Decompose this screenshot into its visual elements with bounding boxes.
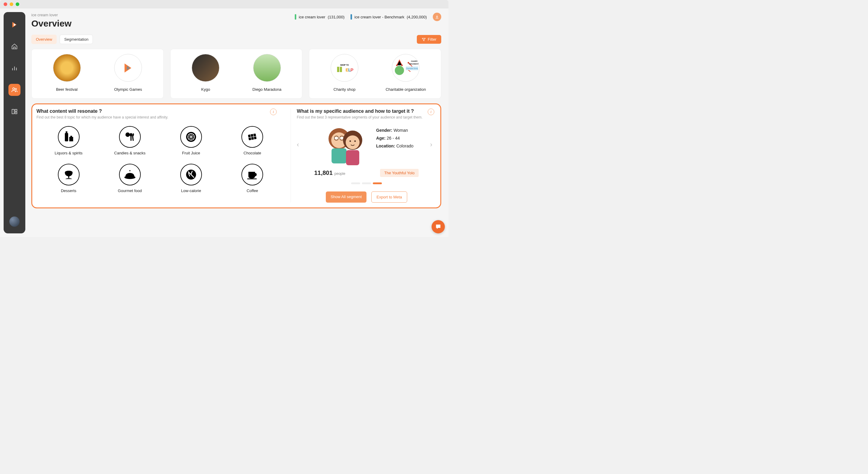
olympic-games-image — [114, 54, 142, 82]
location-label: Location: — [376, 144, 395, 148]
show-all-segment-button[interactable]: Show All segment — [326, 191, 367, 203]
filter-button[interactable]: Filter — [417, 35, 441, 44]
legend-item-2: ice cream lover - Benchmark (4,200,000) — [350, 14, 427, 20]
item-label: Kygo — [177, 87, 235, 92]
svg-rect-19 — [65, 133, 68, 141]
topic-label: Gourmet food — [101, 188, 159, 193]
persona-illustration — [322, 124, 368, 166]
maximize-window-button[interactable] — [16, 2, 19, 6]
charity-org-image: CHARITYORGANIZATIONSCharitable Giving — [392, 54, 420, 82]
help-chat-button[interactable] — [432, 220, 445, 233]
layout-icon[interactable] — [8, 106, 21, 118]
candies-snacks-icon — [119, 126, 141, 148]
chocolate-icon — [241, 126, 263, 148]
legend-item-1: ice cream lover (131,000) — [295, 14, 344, 20]
gender-value: Woman — [394, 128, 408, 133]
topic-item[interactable]: Coffee — [223, 164, 281, 193]
topic-item[interactable]: Fruit Juice — [162, 126, 220, 155]
download-button[interactable] — [433, 13, 441, 21]
card-item[interactable]: Olympic Games — [99, 54, 157, 92]
analytics-icon[interactable] — [8, 62, 21, 74]
window-titlebar — [0, 0, 448, 8]
panel-subtitle: Find out the best 8 topic for which my a… — [36, 115, 284, 119]
item-label: Beer festival — [38, 87, 96, 92]
svg-text:P: P — [350, 67, 353, 72]
home-icon[interactable] — [8, 40, 21, 53]
item-label: Charitable organization — [377, 87, 435, 92]
gourmet-food-icon — [119, 164, 141, 185]
svg-point-11 — [395, 66, 404, 75]
svg-rect-2 — [12, 110, 14, 114]
card-item[interactable]: CHARITYORGANIZATIONSCharitable Giving Ch… — [377, 54, 435, 92]
age-value: 26 - 44 — [387, 136, 400, 141]
topic-label: Liquors & spirits — [39, 151, 98, 155]
topic-label: Candies & snacks — [101, 151, 159, 155]
filter-icon — [422, 37, 426, 41]
topic-label: Fruit Juice — [162, 151, 220, 155]
topic-item[interactable]: Liquors & spirits — [39, 126, 98, 155]
gender-label: Gender: — [376, 128, 393, 133]
beer-festival-image — [53, 54, 81, 82]
card-item[interactable]: Diego Maradona — [238, 54, 296, 92]
topics-grid: Liquors & spirits Candies & snacks Fruit… — [36, 124, 284, 196]
legend-value-1: (131,000) — [328, 15, 344, 19]
fruit-juice-icon — [180, 126, 202, 148]
top-card-3: SHOP TOELP Charity shop CHARITYORGANIZAT… — [309, 49, 441, 98]
svg-point-23 — [125, 132, 130, 137]
carousel-dot[interactable] — [362, 182, 371, 184]
audience-count: 11,801 people — [314, 170, 345, 176]
legend-label-2: ice cream lover - Benchmark — [354, 15, 404, 19]
info-icon[interactable]: i — [270, 109, 277, 115]
svg-rect-20 — [66, 131, 67, 134]
minimize-window-button[interactable] — [10, 2, 13, 6]
tab-overview[interactable]: Overview — [31, 35, 57, 44]
svg-rect-6 — [337, 67, 339, 72]
panel-subtitle: Find out the best 3 representative segme… — [297, 115, 436, 119]
avatar[interactable] — [9, 216, 20, 227]
svg-rect-4 — [15, 112, 17, 114]
svg-rect-3 — [15, 110, 17, 111]
topic-label: Desserts — [39, 188, 98, 193]
carousel-dot-active[interactable] — [373, 182, 382, 184]
audience-icon[interactable] — [8, 84, 21, 96]
next-segment-button[interactable]: › — [430, 141, 436, 149]
topic-item[interactable]: Candies & snacks — [101, 126, 159, 155]
svg-text:CHARITY: CHARITY — [411, 60, 418, 62]
svg-point-0 — [13, 88, 14, 90]
topic-item[interactable]: Desserts — [39, 164, 98, 193]
svg-rect-22 — [70, 136, 72, 138]
topic-label: Coffee — [223, 188, 281, 193]
legend: ice cream lover (131,000) ice cream love… — [295, 13, 441, 21]
highlighted-section: What content will resonate ? Find out th… — [31, 103, 441, 208]
card-item[interactable]: SHOP TOELP Charity shop — [315, 54, 373, 92]
export-to-meta-button[interactable]: Export to Meta — [371, 191, 407, 203]
maradona-image — [253, 54, 281, 82]
carousel-dot[interactable] — [351, 182, 360, 184]
topic-item[interactable]: Chocolate — [223, 126, 281, 155]
topic-item[interactable]: Low-calorie — [162, 164, 220, 193]
svg-point-12 — [396, 64, 398, 66]
sidebar — [4, 12, 25, 233]
panel-title: What is my specific audience and how to … — [297, 109, 436, 114]
svg-point-13 — [401, 64, 403, 66]
svg-point-1 — [15, 88, 17, 90]
page-title: Overview — [31, 19, 71, 29]
topic-item[interactable]: Gourmet food — [101, 164, 159, 193]
card-item[interactable]: Kygo — [177, 54, 235, 92]
topic-label: Low-calorie — [162, 188, 220, 193]
info-icon[interactable]: i — [428, 109, 434, 115]
count-unit: people — [335, 172, 345, 176]
tab-segmentation[interactable]: Segmentation — [60, 35, 93, 44]
item-label: Olympic Games — [99, 87, 157, 92]
kygo-image — [192, 54, 219, 82]
legend-swatch-1 — [295, 14, 296, 20]
svg-text:SHOP TO: SHOP TO — [340, 64, 349, 66]
prev-segment-button[interactable]: ‹ — [297, 141, 303, 149]
close-window-button[interactable] — [4, 2, 7, 6]
top-card-1: Beer festival Olympic Games — [31, 49, 164, 98]
carousel-dots — [297, 182, 436, 184]
top-cards-row: Beer festival Olympic Games Kygo — [31, 49, 441, 98]
card-item[interactable]: Beer festival — [38, 54, 96, 92]
persona-chip[interactable]: The Youthful Yolo — [380, 169, 419, 177]
logo-icon[interactable] — [8, 19, 21, 31]
